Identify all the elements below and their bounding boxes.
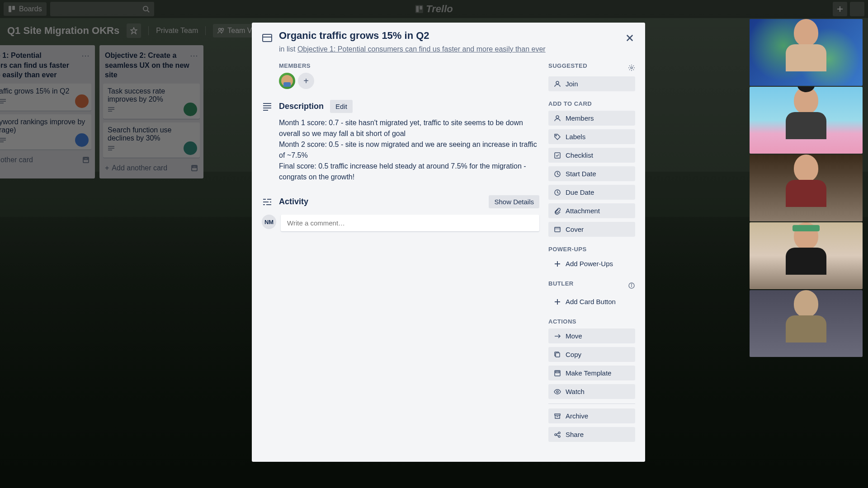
video-participant[interactable] <box>750 87 863 154</box>
svg-point-65 <box>558 436 560 437</box>
start-date-button[interactable]: Start Date <box>548 166 635 181</box>
svg-point-42 <box>631 67 632 69</box>
add-powerups-button[interactable]: Add Power-Ups <box>548 256 635 271</box>
svg-point-61 <box>557 391 558 393</box>
gear-icon[interactable] <box>628 64 635 71</box>
divider <box>548 404 635 404</box>
butler-label: BUTLER <box>548 280 574 287</box>
members-button[interactable]: Members <box>548 111 635 126</box>
svg-line-66 <box>557 433 558 434</box>
card-icon <box>262 33 273 43</box>
in-list: in list Objective 1: Potential consumers… <box>279 45 635 53</box>
card-title[interactable]: Organic traffic grows 15% in Q2 <box>279 30 429 42</box>
svg-point-44 <box>556 116 559 118</box>
archive-button[interactable]: Archive <box>548 408 635 423</box>
add-to-card-label: ADD TO CARD <box>548 100 635 107</box>
in-list-prefix: in list <box>279 45 297 53</box>
info-icon[interactable] <box>628 282 635 289</box>
suggested-label: SUGGESTED <box>548 62 587 69</box>
svg-point-55 <box>632 284 632 284</box>
comment-row: NM <box>262 215 539 231</box>
edit-button[interactable]: Edit <box>330 100 353 113</box>
due-date-button[interactable]: Due Date <box>548 185 635 200</box>
svg-rect-50 <box>555 227 560 229</box>
modal-header: Organic traffic grows 15% in Q2 <box>262 30 635 43</box>
show-details-button[interactable]: Show Details <box>489 195 539 208</box>
svg-rect-58 <box>556 353 560 357</box>
video-participant[interactable] <box>750 222 863 289</box>
user-avatar[interactable]: NM <box>262 215 276 229</box>
svg-point-63 <box>555 434 557 436</box>
video-participant[interactable] <box>750 155 863 221</box>
svg-line-67 <box>557 435 558 436</box>
description-icon <box>262 101 273 112</box>
attachment-button[interactable]: Attachment <box>548 203 635 218</box>
svg-rect-62 <box>555 414 560 415</box>
close-button[interactable] <box>622 30 638 46</box>
activity-header: Activity Show Details <box>262 195 539 208</box>
comment-input[interactable] <box>281 215 539 231</box>
modal-sidebar: SUGGESTED Join ADD TO CARD Members Label… <box>548 62 635 451</box>
description-body[interactable]: Month 1 score: 0.7 - site hasn't migrate… <box>279 117 539 183</box>
svg-point-64 <box>558 432 560 434</box>
svg-rect-60 <box>556 371 559 373</box>
modal-main: MEMBERS + Description Edit Month 1 score… <box>262 62 539 451</box>
description-header: Description Edit <box>262 100 539 113</box>
video-participant[interactable] <box>750 19 863 86</box>
labels-button[interactable]: Labels <box>548 129 635 144</box>
make-template-button[interactable]: Make Template <box>548 366 635 380</box>
members-row: + <box>279 73 539 89</box>
description-title: Description <box>279 102 324 111</box>
share-button[interactable]: Share <box>548 427 635 442</box>
video-panel <box>750 19 863 357</box>
checklist-button[interactable]: Checklist <box>548 148 635 163</box>
cover-button[interactable]: Cover <box>548 222 635 237</box>
add-card-automation-button[interactable]: Add Card Button <box>548 294 635 309</box>
activity-title: Activity <box>279 197 482 206</box>
member-avatar[interactable] <box>279 73 295 89</box>
video-participant[interactable] <box>750 290 863 357</box>
add-member-button[interactable]: + <box>298 73 314 89</box>
svg-point-45 <box>556 135 557 136</box>
join-button[interactable]: Join <box>548 76 635 91</box>
svg-rect-30 <box>263 34 272 42</box>
activity-icon <box>262 197 273 207</box>
members-label: MEMBERS <box>279 62 539 69</box>
actions-label: ACTIONS <box>548 318 635 325</box>
card-modal: Organic traffic grows 15% in Q2 in list … <box>252 23 645 462</box>
watch-button[interactable]: Watch <box>548 384 635 399</box>
powerups-label: POWER-UPS <box>548 246 635 253</box>
in-list-link[interactable]: Objective 1: Potential consumers can fin… <box>297 45 546 53</box>
svg-point-43 <box>556 81 559 84</box>
copy-button[interactable]: Copy <box>548 347 635 362</box>
move-button[interactable]: Move <box>548 328 635 343</box>
